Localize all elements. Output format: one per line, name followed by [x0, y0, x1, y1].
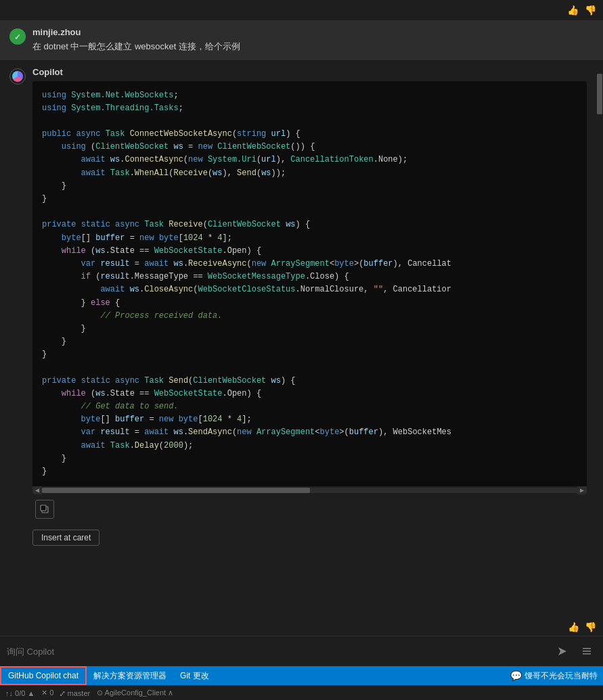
user-message-block: ✓ minjie.zhou 在 dotnet 中一般怎么建立 websocket…	[0, 20, 603, 60]
copilot-avatar	[9, 68, 26, 85]
wechat-icon: 💬	[510, 670, 522, 681]
send-button[interactable]	[553, 642, 572, 661]
svg-rect-5	[583, 653, 591, 655]
status-left: GitHub Copilot chat 解决方案资源管理器 Git 更改	[0, 666, 216, 685]
thumb-down-icon[interactable]: 👎	[584, 4, 596, 16]
vertical-scrollbar[interactable]	[596, 60, 603, 620]
scrollbar-thumb[interactable]	[42, 488, 310, 493]
scroll-left-arrow[interactable]: ◀	[32, 486, 42, 494]
svg-rect-3	[583, 648, 591, 649]
svg-marker-2	[558, 647, 566, 655]
status-right: 💬 馒哥不光会玩当耐特	[505, 666, 603, 685]
svg-rect-1	[41, 505, 46, 511]
user-content: minjie.zhou 在 dotnet 中一般怎么建立 websocket 连…	[32, 27, 594, 53]
copilot-block: Copilot using System.Net.WebSockets; usi…	[0, 60, 596, 620]
vertical-scrollbar-thumb[interactable]	[597, 74, 602, 114]
git-changes-item[interactable]: Git 更改	[173, 666, 216, 685]
user-name: minjie.zhou	[32, 27, 594, 37]
chat-input-area	[0, 636, 603, 666]
horizontal-scrollbar[interactable]: ◀ ▶	[32, 486, 587, 494]
status-bar: GitHub Copilot chat 解决方案资源管理器 Git 更改 💬 馒…	[0, 666, 603, 685]
thumb-up-icon[interactable]: 👍	[566, 4, 579, 16]
line-col-info[interactable]: ↑↓ 0/0 ▲	[5, 689, 35, 697]
user-message-text: 在 dotnet 中一般怎么建立 websocket 连接，给个示例	[32, 40, 594, 53]
copy-button[interactable]	[35, 500, 54, 519]
code-pre: using System.Net.WebSockets; using Syste…	[32, 81, 587, 487]
code-block: using System.Net.WebSockets; using Syste…	[32, 81, 587, 495]
branch-info[interactable]: ⑇ master	[60, 689, 90, 697]
feedback-thumb-up-icon[interactable]: 👍	[568, 622, 579, 633]
insert-at-caret-button[interactable]: Insert at caret	[32, 530, 99, 546]
svg-rect-4	[583, 651, 591, 652]
github-copilot-chat-tab[interactable]: GitHub Copilot chat	[0, 666, 87, 685]
scroll-right-arrow[interactable]: ▶	[577, 486, 587, 494]
code-scroll[interactable]: using System.Net.WebSockets; using Syste…	[32, 81, 587, 487]
feedback-row: 👍 👎	[0, 619, 603, 636]
feedback-thumb-down-icon[interactable]: 👎	[585, 622, 596, 633]
errors-info[interactable]: ✕ 0	[41, 689, 53, 697]
info-bar: ↑↓ 0/0 ▲ ✕ 0 ⑇ master ⊙ AgileConfig_Clie…	[0, 685, 603, 700]
menu-button[interactable]	[577, 642, 596, 661]
chat-input[interactable]	[7, 647, 548, 657]
user-avatar: ✓	[9, 28, 26, 45]
project-info[interactable]: ⊙ AgileConfig_Client ∧	[97, 689, 173, 697]
right-text: 馒哥不光会玩当耐特	[524, 670, 598, 682]
copilot-name: Copilot	[32, 67, 587, 77]
copilot-icon	[12, 71, 23, 82]
wechat-icon-item[interactable]: 💬 馒哥不光会玩当耐特	[505, 666, 603, 685]
copilot-content: Copilot using System.Net.WebSockets; usi…	[32, 67, 587, 546]
solution-explorer-item[interactable]: 解决方案资源管理器	[87, 666, 173, 685]
avatar-check-icon: ✓	[15, 31, 20, 43]
copy-icon-wrapper	[32, 494, 587, 524]
scrollbar-track[interactable]	[42, 488, 577, 493]
